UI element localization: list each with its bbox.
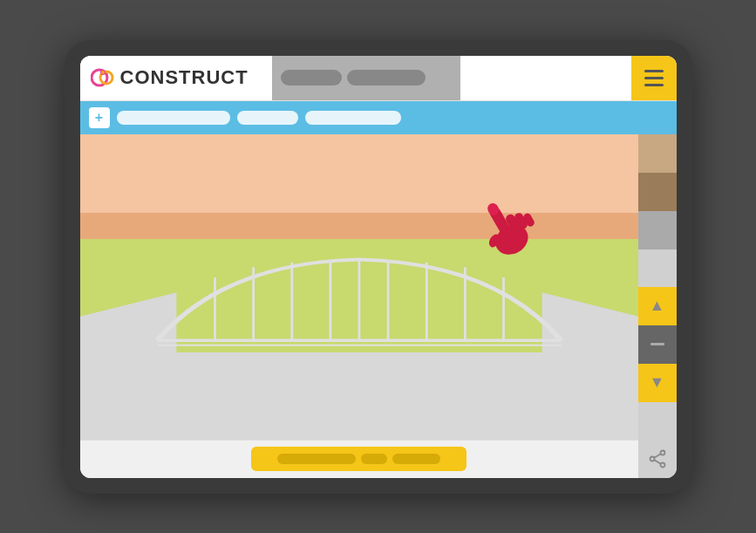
minus-icon [650,343,664,345]
menu-line-2 [644,77,664,79]
main-content: ▲ ▼ [80,134,677,478]
svg-point-3 [101,71,105,74]
svg-line-28 [654,454,661,458]
layer-salmon [80,134,638,213]
swatch-gray[interactable] [638,211,677,249]
nav-pills [272,56,460,100]
toolbar: + [80,101,677,134]
toolbar-pill-1[interactable] [117,111,230,125]
bridge-svg [80,256,638,352]
btn-pill-1 [277,454,356,464]
header: CONSTRUCT [80,56,677,101]
bottom-bar [80,440,638,478]
layer-road [80,352,638,440]
toolbar-pill-2[interactable] [237,111,298,125]
svg-point-27 [650,456,654,461]
svg-line-29 [654,460,661,464]
share-icon [648,449,667,468]
scroll-down-button[interactable]: ▼ [638,364,677,402]
svg-point-26 [660,462,664,467]
logo-icon [91,65,115,90]
chevron-down-icon: ▼ [650,373,665,392]
logo-text: CONSTRUCT [120,66,249,89]
layer-orange [80,213,638,239]
layer-green-top [80,239,638,256]
layer-bridge [80,256,638,352]
btn-pill-2 [361,454,387,464]
swatch-brown[interactable] [638,173,677,211]
svg-point-25 [660,450,664,454]
scroll-up-button[interactable]: ▲ [638,287,677,325]
add-button[interactable]: + [89,107,110,128]
screen: CONSTRUCT + [80,56,677,478]
nav-pill-1[interactable] [281,70,342,85]
tablet-frame: CONSTRUCT + [65,40,692,494]
swatch-tan[interactable] [638,134,677,173]
chevron-up-icon: ▲ [650,297,665,315]
menu-button[interactable] [631,56,677,101]
btn-pill-3 [392,454,440,464]
nav-pill-2[interactable] [347,70,426,85]
toolbar-pill-3[interactable] [305,111,401,125]
right-sidebar: ▲ ▼ [638,134,677,478]
menu-line-3 [644,84,664,86]
menu-line-1 [644,70,664,72]
logo-area: CONSTRUCT [80,65,272,90]
bottom-action-button[interactable] [251,447,467,471]
canvas-area [80,134,638,478]
scroll-middle-button[interactable] [638,325,677,364]
share-button[interactable] [638,440,677,478]
